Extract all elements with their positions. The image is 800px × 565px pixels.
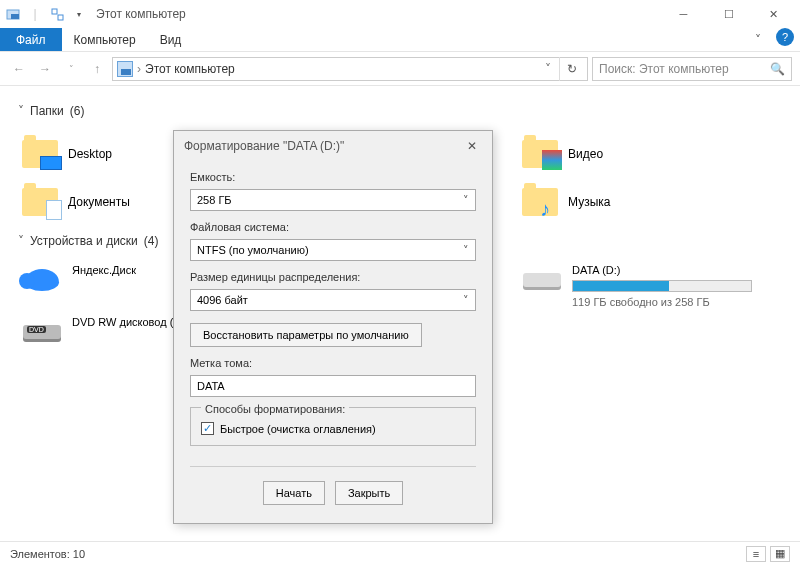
folder-item-videos[interactable]: Видео [518, 130, 768, 178]
nav-forward-button[interactable]: → [34, 58, 56, 80]
folder-icon [22, 140, 58, 168]
item-label: Музыка [568, 195, 610, 209]
group-title: Устройства и диски [30, 234, 138, 248]
quick-access-toolbar: | ▾ [4, 5, 88, 23]
chevron-down-icon: ˅ [18, 234, 24, 248]
search-input[interactable]: Поиск: Этот компьютер 🔍 [592, 57, 792, 81]
close-button[interactable]: Закрыть [335, 481, 403, 505]
volume-label-label: Метка тома: [190, 357, 476, 369]
qat-separator: | [26, 5, 44, 23]
location-icon [117, 61, 133, 77]
quick-format-label: Быстрое (очистка оглавления) [220, 423, 376, 435]
hdd-icon [522, 264, 562, 296]
group-title: Папки [30, 104, 64, 118]
dialog-title: Форматирование "DATA (D:)" [184, 139, 344, 153]
svg-rect-2 [52, 9, 57, 14]
nav-bar: ← → ˅ ↑ › Этот компьютер ˅ ↻ Поиск: Этот… [0, 52, 800, 86]
folder-icon [522, 140, 558, 168]
dialog-close-button[interactable]: ✕ [462, 136, 482, 156]
search-placeholder: Поиск: Этот компьютер [599, 62, 729, 76]
folder-item-music[interactable]: Музыка [518, 178, 768, 226]
restore-defaults-button[interactable]: Восстановить параметры по умолчанию [190, 323, 422, 347]
window-title: Этот компьютер [96, 7, 186, 21]
volume-label-value: DATA [197, 380, 225, 392]
capacity-bar [572, 280, 752, 292]
view-icons-button[interactable]: ▦ [770, 546, 790, 562]
group-header-folders[interactable]: ˅ Папки (6) [18, 104, 782, 118]
capacity-select[interactable]: 258 ГБ ˅ [190, 189, 476, 211]
properties-icon[interactable] [48, 5, 66, 23]
svg-rect-3 [58, 15, 63, 20]
status-items-label: Элементов: [10, 548, 70, 560]
maximize-button[interactable]: ☐ [706, 0, 751, 28]
filesystem-label: Файловая система: [190, 221, 476, 233]
tab-computer[interactable]: Компьютер [62, 28, 148, 51]
close-button[interactable]: ✕ [751, 0, 796, 28]
capacity-value: 258 ГБ [197, 194, 232, 206]
address-dropdown-icon[interactable]: ˅ [541, 62, 555, 76]
folder-icon [522, 188, 558, 216]
help-icon[interactable]: ? [776, 28, 794, 46]
chevron-down-icon: ˅ [463, 194, 469, 207]
item-label: Яндекс.Диск [72, 264, 136, 276]
capacity-text: 119 ГБ свободно из 258 ГБ [572, 296, 752, 308]
status-items-count: 10 [73, 548, 85, 560]
tab-view[interactable]: Вид [148, 28, 194, 51]
item-label: DVD RW дисковод ( [72, 316, 173, 328]
filesystem-select[interactable]: NTFS (по умолчанию) ˅ [190, 239, 476, 261]
ribbon-expand-icon[interactable]: ˅ [746, 28, 770, 51]
view-details-button[interactable]: ≡ [746, 546, 766, 562]
svg-rect-1 [11, 14, 19, 19]
allocation-value: 4096 байт [197, 294, 248, 306]
format-options-group: Способы форматирования: ✓ Быстрое (очист… [190, 407, 476, 446]
item-label: DATA (D:) [572, 264, 752, 276]
search-icon: 🔍 [770, 62, 785, 76]
device-item-data-d[interactable]: DATA (D:) 119 ГБ свободно из 258 ГБ [518, 260, 778, 312]
chevron-down-icon: ˅ [18, 104, 24, 118]
yandex-disk-icon [22, 264, 62, 296]
dvd-drive-icon [22, 316, 62, 348]
address-bar[interactable]: › Этот компьютер ˅ ↻ [112, 57, 588, 81]
status-bar: Элементов: 10 ≡ ▦ [0, 541, 800, 565]
chevron-down-icon: ˅ [463, 294, 469, 307]
app-icon [4, 5, 22, 23]
folder-icon [22, 188, 58, 216]
item-label: Документы [68, 195, 130, 209]
ribbon-tabs: Файл Компьютер Вид ˅ ? [0, 28, 800, 52]
breadcrumb[interactable]: Этот компьютер [145, 62, 235, 76]
tab-file[interactable]: Файл [0, 28, 62, 51]
dialog-separator [190, 466, 476, 467]
dialog-title-bar[interactable]: Форматирование "DATA (D:)" ✕ [174, 131, 492, 161]
window-controls: ─ ☐ ✕ [661, 0, 796, 28]
allocation-select[interactable]: 4096 байт ˅ [190, 289, 476, 311]
nav-recent-dropdown[interactable]: ˅ [60, 58, 82, 80]
refresh-button[interactable]: ↻ [559, 57, 583, 81]
quick-format-checkbox[interactable]: ✓ [201, 422, 214, 435]
title-bar: | ▾ Этот компьютер ─ ☐ ✕ [0, 0, 800, 28]
nav-back-button[interactable]: ← [8, 58, 30, 80]
qat-dropdown-icon[interactable]: ▾ [70, 5, 88, 23]
format-options-legend: Способы форматирования: [201, 403, 349, 415]
nav-up-button[interactable]: ↑ [86, 58, 108, 80]
item-label: Desktop [68, 147, 112, 161]
minimize-button[interactable]: ─ [661, 0, 706, 28]
format-dialog: Форматирование "DATA (D:)" ✕ Емкость: 25… [173, 130, 493, 524]
start-button[interactable]: Начать [263, 481, 325, 505]
group-count: (4) [144, 234, 159, 248]
allocation-label: Размер единицы распределения: [190, 271, 476, 283]
capacity-label: Емкость: [190, 171, 476, 183]
group-count: (6) [70, 104, 85, 118]
volume-label-input[interactable]: DATA [190, 375, 476, 397]
chevron-down-icon: ˅ [463, 244, 469, 257]
filesystem-value: NTFS (по умолчанию) [197, 244, 309, 256]
chevron-right-icon[interactable]: › [137, 62, 141, 76]
item-label: Видео [568, 147, 603, 161]
